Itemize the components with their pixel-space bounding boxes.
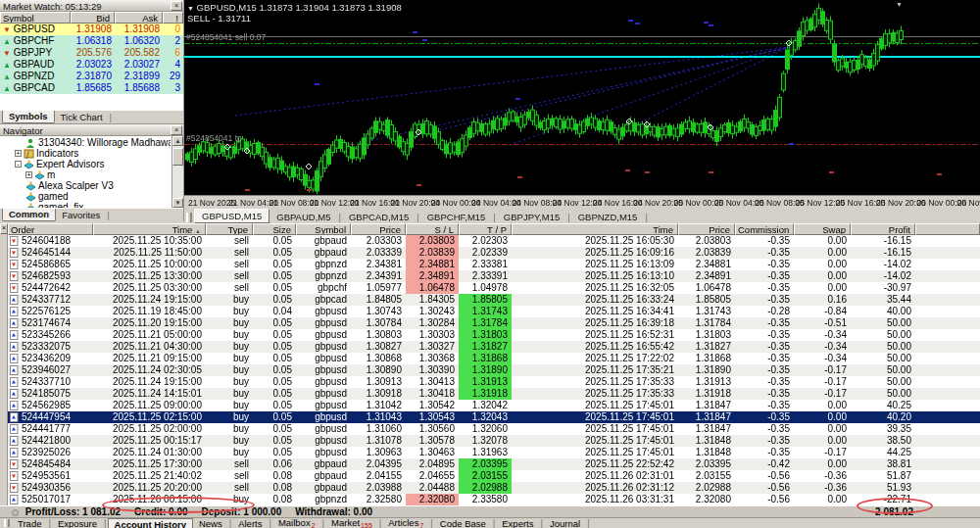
scrollbar-thumb[interactable] bbox=[172, 148, 183, 166]
tab-mailbox[interactable]: Mailbox2 bbox=[272, 517, 321, 528]
chart-tab-gbpnzd-m15[interactable]: GBPNZD,M15 bbox=[571, 211, 645, 223]
history-row[interactable]: 5246451442025.11.25 11:50:00sell0.05gbpa… bbox=[8, 247, 980, 259]
market-watch-titlebar[interactable]: Market Watch: 05:13:29 × bbox=[0, 0, 183, 12]
navigator-item[interactable]: gamed bbox=[0, 191, 171, 202]
history-row[interactable]: 5244218002025.11.25 00:15:17buy0.05gbpus… bbox=[8, 435, 980, 447]
tab-articles[interactable]: Articles7 bbox=[382, 517, 429, 528]
close-icon[interactable]: × bbox=[171, 1, 182, 11]
chart-tab-gbpaud-m5[interactable]: GBPAUD,M5 bbox=[270, 211, 337, 223]
navigator-item[interactable]: Alexa Scalper V3 bbox=[0, 180, 171, 191]
chart-tab-gbpusd-m15[interactable]: GBPUSD,M15 bbox=[194, 209, 270, 223]
market-watch-row[interactable]: ▲ GBPAUD2.030232.030274 bbox=[0, 59, 183, 71]
market-watch-row[interactable]: ▲ GBPNZD2.318702.3189929 bbox=[0, 71, 183, 82]
history-column-T / P[interactable]: T / P bbox=[459, 223, 512, 235]
column-symbol[interactable]: Symbol bbox=[0, 12, 71, 24]
history-row[interactable]: 5243377102025.11.24 19:15:00buy0.05gbpus… bbox=[8, 376, 980, 388]
history-column-Price[interactable]: Price bbox=[678, 223, 735, 235]
history-column-S / L[interactable]: S / L bbox=[406, 223, 459, 235]
history-row[interactable]: 5246825932025.11.25 13:30:00sell0.05gbpn… bbox=[8, 270, 980, 282]
tab-journal[interactable]: Journal bbox=[544, 518, 586, 528]
column-ask[interactable]: Ask bbox=[115, 12, 163, 24]
history-row[interactable]: 5234362092025.11.21 09:15:00buy0.05gbpus… bbox=[8, 353, 980, 364]
history-row[interactable]: 5244417772025.11.25 02:00:00buy0.05gbpus… bbox=[8, 423, 980, 435]
history-column-Time[interactable]: Time ▲ bbox=[93, 223, 206, 235]
chart-tab-gbpjpy-m15[interactable]: GBPJPY,M15 bbox=[497, 211, 566, 223]
summary-segment: Credit: 0.00 bbox=[134, 506, 187, 517]
market-watch-row[interactable]: ▼ GBPUSD1.319081.319080 bbox=[0, 24, 183, 35]
tab-alerts[interactable]: Alerts bbox=[232, 518, 268, 528]
history-row[interactable]: 5249303562025.11.25 20:20:00sell0.08gbpa… bbox=[8, 482, 980, 494]
chart-tab-gbpcad-m15[interactable]: GBPCAD,M15 bbox=[342, 211, 416, 223]
navigator-tree: 31304340: Willorage Madhawa Gayashan+fIn… bbox=[0, 136, 171, 208]
tab-common[interactable]: Common bbox=[2, 209, 56, 221]
history-row[interactable]: 5245629852025.11.25 09:00:00buy0.05gbpus… bbox=[8, 400, 980, 411]
history-row[interactable]: 5239460272025.11.24 02:30:05buy0.05gbpus… bbox=[8, 364, 980, 376]
buy-order-icon bbox=[10, 412, 20, 422]
tree-expander-icon[interactable]: + bbox=[15, 150, 22, 157]
tab-market[interactable]: Market155 bbox=[325, 517, 378, 528]
history-column-Profit[interactable]: Profit bbox=[851, 223, 915, 235]
history-row[interactable]: 5243377122025.11.24 19:15:00buy0.05gbpca… bbox=[8, 294, 980, 306]
history-row[interactable]: 5239250262025.11.24 01:30:00buy0.05gbpus… bbox=[8, 447, 980, 458]
history-row[interactable]: 5233320752025.11.21 04:30:00buy0.05gbpus… bbox=[8, 341, 980, 353]
column-spread[interactable]: ! bbox=[163, 12, 183, 24]
tab-code-base[interactable]: Code Base bbox=[434, 518, 492, 528]
scroll-down-icon[interactable]: ▼ bbox=[172, 198, 183, 208]
tree-expander-icon[interactable]: + bbox=[25, 171, 32, 178]
symbol-dropdown-icon[interactable]: ▼ bbox=[187, 5, 194, 12]
history-row[interactable]: 5241850752025.11.24 14:15:01buy0.05gbpus… bbox=[8, 388, 980, 400]
tab-trade[interactable]: Trade bbox=[12, 518, 47, 528]
tab-favorites[interactable]: Favorites bbox=[56, 210, 106, 221]
tab-account-history[interactable]: Account History bbox=[108, 518, 193, 528]
buy-order-icon bbox=[10, 365, 20, 375]
market-watch-row[interactable]: ▲ GBPCHF1.063181.063202 bbox=[0, 35, 183, 47]
market-watch-row[interactable]: ▲ GBPCAD1.856851.856883 bbox=[0, 82, 183, 94]
time-axis: 21 Nov 202521 Nov 04:0021 Nov 08:0021 No… bbox=[184, 195, 980, 208]
navigator-item[interactable]: -Expert Advisors bbox=[0, 159, 171, 169]
history-row[interactable]: 5248454842025.11.25 17:30:00sell0.06gbpa… bbox=[8, 458, 980, 470]
market-watch-row[interactable]: ▼ GBPJPY205.576205.5826 bbox=[0, 47, 183, 59]
navigator-titlebar[interactable]: Navigator × bbox=[0, 124, 183, 136]
history-column-Size[interactable]: Size bbox=[253, 223, 296, 235]
navigator-item[interactable]: +fIndicators bbox=[0, 148, 171, 159]
history-column-Symbol[interactable]: Symbol bbox=[296, 223, 351, 235]
close-icon[interactable]: × bbox=[0, 223, 8, 234]
history-column-Order[interactable]: Order bbox=[8, 223, 93, 235]
scroll-to-end-icon[interactable]: ▼ bbox=[896, 1, 903, 8]
sell-order-icon bbox=[10, 248, 20, 258]
history-row[interactable]: 5233452662025.11.21 05:00:00buy0.05gbpus… bbox=[8, 329, 980, 341]
history-row[interactable]: 5249535612025.11.25 21:40:02sell0.08gbpa… bbox=[8, 470, 980, 482]
history-column-blank[interactable] bbox=[915, 223, 980, 235]
history-column-Time[interactable]: Time bbox=[512, 223, 678, 235]
market-watch-tabs: Symbols Tick Chart | bbox=[0, 110, 183, 123]
history-row[interactable]: 5245868652025.11.25 10:00:00sell0.05gbpn… bbox=[8, 259, 980, 270]
price-chart-canvas[interactable] bbox=[184, 0, 980, 195]
tab-tick-chart[interactable]: Tick Chart bbox=[55, 112, 109, 123]
tab-experts[interactable]: Experts bbox=[496, 518, 539, 528]
panel-grip[interactable] bbox=[4, 519, 10, 527]
tab-news[interactable]: News bbox=[193, 518, 228, 528]
market-watch-title: Market Watch: 05:13:29 bbox=[3, 1, 102, 12]
navigator-item[interactable]: 31304340: Willorage Madhawa Gayashan bbox=[0, 137, 171, 148]
history-row[interactable]: 5231746742025.11.20 19:15:00buy0.05gbpus… bbox=[8, 317, 980, 329]
price-chart[interactable]: ▼ GBPUSD,M15 1.31873 1.31904 1.31873 1.3… bbox=[184, 0, 980, 195]
history-row[interactable]: 5246041882025.11.25 10:35:00sell0.05gbpa… bbox=[8, 235, 980, 247]
navigator-scrollbar[interactable]: ▲ ▼ bbox=[172, 136, 183, 208]
history-row[interactable]: 5244726422025.11.25 03:30:00sell0.05gbpc… bbox=[8, 282, 980, 294]
history-column-Type[interactable]: Type bbox=[206, 223, 253, 235]
scroll-up-icon[interactable]: ▲ bbox=[172, 136, 183, 146]
history-row[interactable]: 5225761252025.11.19 18:45:00buy0.04gbpus… bbox=[8, 306, 980, 317]
column-bid[interactable]: Bid bbox=[71, 12, 115, 24]
history-column-Price[interactable]: Price bbox=[351, 223, 406, 235]
tab-exposure[interactable]: Exposure bbox=[52, 518, 103, 528]
tab-symbols[interactable]: Symbols bbox=[2, 111, 55, 123]
chart-tab-gbpchf-m15[interactable]: GBPCHF,M15 bbox=[420, 211, 493, 223]
tab-bar-grip[interactable] bbox=[186, 213, 192, 222]
navigator-item[interactable]: +m bbox=[0, 169, 171, 180]
history-column-Commission[interactable]: Commission bbox=[735, 223, 794, 235]
close-icon[interactable]: × bbox=[171, 125, 182, 135]
history-row[interactable]: 5250170172025.11.26 00:15:00buy0.08gbpnz… bbox=[8, 494, 980, 505]
tree-expander-icon[interactable]: - bbox=[15, 161, 22, 168]
history-column-Swap[interactable]: Swap bbox=[794, 223, 851, 235]
history-row[interactable]: 5244479542025.11.25 02:15:00buy0.05gbpus… bbox=[8, 411, 980, 423]
